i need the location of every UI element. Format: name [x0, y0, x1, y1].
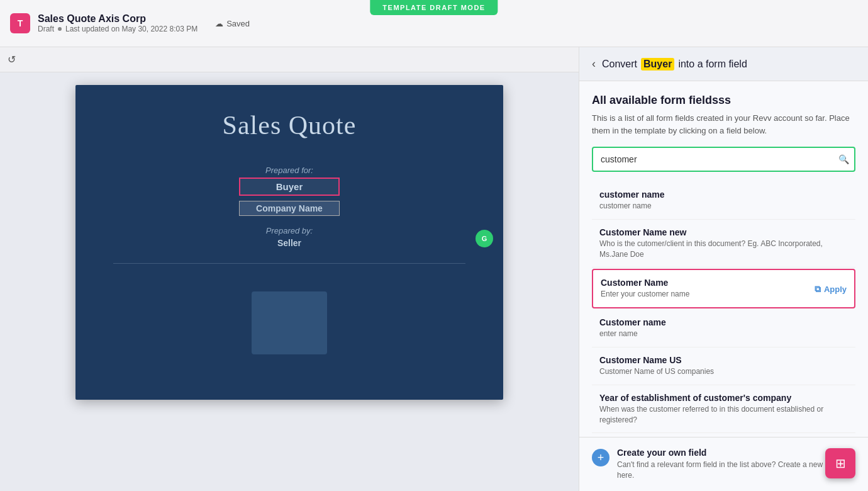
doc-block-placeholder	[252, 291, 327, 354]
back-button[interactable]: ‹	[592, 57, 596, 71]
app-container: T Sales Quote Axis Corp Draft Last updat…	[0, 0, 868, 491]
doc-page-title: Sales Quote	[223, 110, 357, 140]
field-desc: customer name	[599, 201, 848, 212]
convert-prefix: Convert	[602, 59, 637, 70]
doc-status: Draft Last updated on May 30, 2022 8:03 …	[38, 25, 198, 33]
document-body: Sales Quote Prepared for: Buyer Company …	[0, 72, 579, 491]
panel-header: ‹ Convert Buyer into a form field	[579, 47, 868, 81]
chat-fab-button[interactable]: ⊞	[825, 448, 855, 478]
create-own-content: Create your own field Can't find a relev…	[617, 448, 855, 481]
status-dot	[58, 27, 62, 31]
field-name: Year of establishment of customer's comp…	[599, 393, 848, 403]
convert-word: Buyer	[641, 58, 674, 71]
field-name: Customer Name new	[599, 227, 848, 237]
cloud-icon: ☁	[215, 19, 223, 28]
field-name: customer name	[599, 189, 848, 200]
doc-divider	[113, 263, 465, 264]
draft-label: Draft	[38, 25, 54, 33]
doc-section-prepared-for: Prepared for: Buyer Company Name Prepare…	[113, 166, 465, 248]
field-item-selected[interactable]: Customer Name Enter your customer name ⧉…	[592, 269, 855, 308]
field-item[interactable]: Customer Name new Who is the cutomer/cli…	[592, 220, 855, 268]
last-updated: Last updated on May 30, 2022 8:03 PM	[65, 25, 198, 33]
plus-icon: +	[592, 449, 609, 466]
prepared-by-label: Prepared by:	[266, 226, 313, 235]
field-name: Customer Name US	[599, 355, 848, 365]
company-name-field[interactable]: Company Name	[239, 201, 340, 216]
doc-page: Sales Quote Prepared for: Buyer Company …	[75, 85, 503, 400]
search-icon: 🔍	[838, 154, 849, 164]
field-item[interactable]: Year of establishment of customer's comp…	[592, 385, 855, 434]
section-title: All available form fieldsss	[592, 94, 855, 107]
buyer-field[interactable]: Buyer	[239, 178, 340, 196]
search-input[interactable]	[592, 147, 855, 172]
field-desc: When was the customer referred to in thi…	[599, 404, 848, 426]
grammarly-badge: G	[476, 230, 493, 247]
saved-label: Saved	[226, 19, 250, 28]
field-desc: Who is the cutomer/client in this docume…	[599, 239, 848, 260]
right-panel: ‹ Convert Buyer into a form field All av…	[579, 47, 868, 491]
field-item[interactable]: customer name customer name	[592, 182, 855, 220]
field-name: Customer name	[599, 317, 848, 327]
doc-toolbar: ↺	[0, 47, 579, 72]
field-desc: Customer Name of US companies	[599, 366, 848, 377]
create-own-title: Create your own field	[617, 448, 855, 458]
doc-title: Sales Quote Axis Corp	[38, 13, 198, 25]
convert-suffix: into a form field	[678, 59, 747, 70]
field-desc: enter name	[599, 329, 848, 339]
document-panel: ↺ Sales Quote Prepared for: Buyer Compan…	[0, 47, 579, 491]
prepared-for-label: Prepared for:	[265, 166, 313, 175]
create-own-desc: Can't find a relevant form field in the …	[617, 460, 855, 481]
saved-badge: ☁ Saved	[215, 19, 250, 28]
template-draft-banner: TEMPLATE DRAFT MODE	[370, 0, 498, 15]
panel-content: All available form fieldsss This is a li…	[579, 81, 868, 437]
convert-title: Convert Buyer into a form field	[602, 58, 747, 71]
seller-field: Seller	[277, 238, 301, 248]
chat-icon: ⊞	[835, 456, 846, 471]
header-bar: T Sales Quote Axis Corp Draft Last updat…	[0, 0, 868, 47]
field-item[interactable]: Customer name enter name	[592, 310, 855, 347]
fields-list: customer name customer name Customer Nam…	[592, 182, 855, 433]
search-box: 🔍	[592, 147, 855, 172]
apply-label: Apply	[824, 284, 847, 293]
field-name: Customer Name	[601, 278, 847, 288]
doc-icon: T	[10, 13, 30, 33]
refresh-icon[interactable]: ↺	[8, 54, 16, 65]
section-desc: This is a list of all form fields create…	[592, 112, 855, 137]
apply-button[interactable]: ⧉ Apply	[815, 283, 847, 294]
doc-info: Sales Quote Axis Corp Draft Last updated…	[38, 13, 198, 33]
field-desc: Enter your customer name	[601, 289, 847, 300]
copy-icon: ⧉	[815, 283, 821, 294]
content-area: ↺ Sales Quote Prepared for: Buyer Compan…	[0, 47, 868, 491]
field-item[interactable]: Customer Name US Customer Name of US com…	[592, 347, 855, 385]
